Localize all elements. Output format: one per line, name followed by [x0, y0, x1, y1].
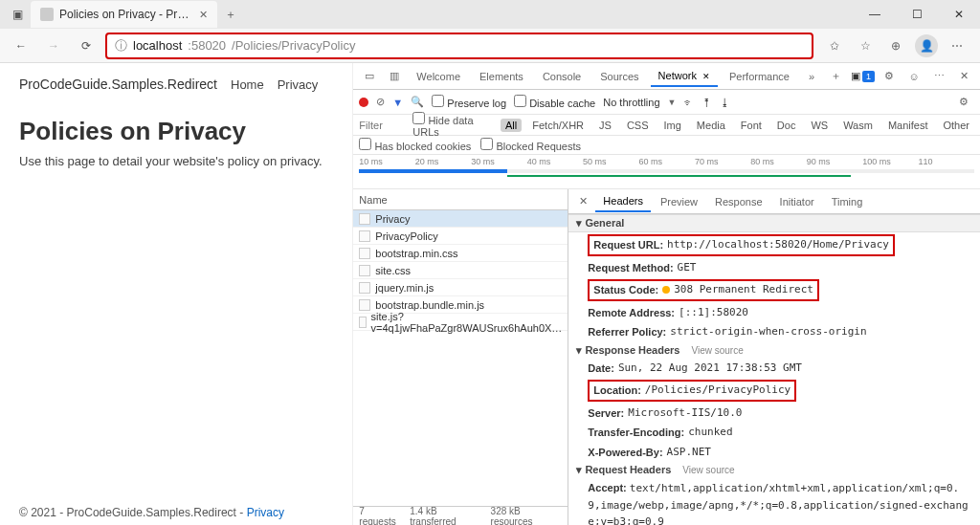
clear-button[interactable]: ⊘: [376, 96, 385, 108]
detail-tabs: ✕ Headers Preview Response Initiator Tim…: [568, 189, 980, 214]
tab-headers[interactable]: Headers: [595, 191, 651, 212]
tab-sources[interactable]: Sources: [592, 67, 646, 86]
tabs-overview-icon[interactable]: ▣: [8, 5, 27, 24]
request-headers-section[interactable]: ▾ Request HeadersView source: [568, 462, 980, 478]
inspect-icon[interactable]: ▭: [359, 70, 380, 82]
request-row[interactable]: Privacy: [353, 210, 568, 228]
network-settings-icon[interactable]: ⚙: [953, 96, 974, 108]
nav-home[interactable]: Home: [231, 77, 264, 92]
filter-img[interactable]: Img: [659, 119, 686, 132]
page-viewport: ProCodeGuide.Samples.Redirect Home Priva…: [0, 63, 353, 525]
filter-all[interactable]: All: [501, 119, 522, 132]
request-list-footer: 7 requests 1.4 kB transferred 328 kB res…: [353, 506, 568, 525]
url-path: /Policies/PrivacyPolicy: [232, 38, 355, 53]
request-row[interactable]: jquery.min.js: [353, 279, 568, 296]
tab-strip: ▣ Policies on Privacy - ProCodeGui ✕ ＋: [0, 0, 244, 29]
name-column-header[interactable]: Name: [353, 189, 568, 210]
new-tab-button[interactable]: ＋: [217, 1, 244, 28]
tab-preview[interactable]: Preview: [653, 192, 705, 211]
filter-css[interactable]: CSS: [622, 119, 654, 132]
record-button[interactable]: [359, 98, 368, 107]
feedback-icon[interactable]: ☺: [903, 71, 924, 82]
disable-cache-checkbox[interactable]: Disable cache: [514, 95, 595, 109]
profile-avatar[interactable]: 👤: [915, 34, 938, 57]
filter-toggle-icon[interactable]: ▼: [392, 97, 403, 108]
filter-doc[interactable]: Doc: [772, 119, 801, 132]
tab-performance[interactable]: Performance: [722, 67, 797, 86]
filter-media[interactable]: Media: [692, 119, 730, 132]
browser-tab[interactable]: Policies on Privacy - ProCodeGui ✕: [31, 1, 217, 28]
dt-close-icon[interactable]: ✕: [953, 70, 974, 82]
preserve-log-checkbox[interactable]: Preserve log: [432, 95, 506, 109]
throttling-select[interactable]: No throttling: [603, 97, 659, 108]
window-titlebar: ▣ Policies on Privacy - ProCodeGui ✕ ＋ ―…: [0, 0, 980, 29]
filter-other[interactable]: Other: [938, 119, 974, 132]
minimize-button[interactable]: ―: [854, 0, 896, 29]
blocked-requests-checkbox[interactable]: Blocked Requests: [480, 138, 581, 152]
tab-welcome[interactable]: Welcome: [409, 67, 468, 86]
kv-referrer-policy: Referrer Policy:strict-origin-when-cross…: [568, 322, 980, 342]
collections-icon[interactable]: ⊕: [884, 34, 907, 57]
general-section[interactable]: ▾ General: [568, 214, 980, 232]
dt-more-icon[interactable]: ⋯: [928, 70, 949, 82]
settings-icon[interactable]: ⚙: [879, 70, 900, 82]
nav-privacy[interactable]: Privacy: [278, 77, 319, 92]
forward-button[interactable]: →: [40, 33, 67, 59]
devtools-panel: ▭ ▥ Welcome Elements Console Sources Net…: [353, 63, 980, 525]
device-icon[interactable]: ▥: [384, 70, 405, 82]
chevron-down-icon[interactable]: ▼: [668, 98, 677, 107]
tab-timing[interactable]: Timing: [824, 192, 871, 211]
url-input[interactable]: ⓘ localhost:58020/Policies/PrivacyPolicy: [105, 33, 813, 59]
filter-ws[interactable]: WS: [806, 119, 833, 132]
maximize-button[interactable]: ☐: [896, 0, 938, 29]
hide-dataurls-checkbox[interactable]: Hide data URLs: [412, 112, 495, 138]
tab-console[interactable]: Console: [535, 67, 589, 86]
menu-icon[interactable]: ⋯: [946, 34, 969, 57]
response-headers-section[interactable]: ▾ Response HeadersView source: [568, 342, 980, 359]
request-row[interactable]: bootstrap.min.css: [353, 245, 568, 262]
window-controls: ― ☐ ✕: [854, 0, 980, 29]
add-tab-icon[interactable]: ＋: [826, 69, 847, 83]
favicon-icon: [40, 8, 54, 21]
request-row[interactable]: site.js?v=4q1jwFhaPaZgr8WAUSrux6hAuh0X…: [353, 314, 568, 331]
filter-js[interactable]: JS: [594, 119, 616, 132]
download-icon[interactable]: ⭳: [720, 97, 730, 108]
request-row[interactable]: PrivacyPolicy: [353, 228, 568, 245]
wifi-icon[interactable]: ᯤ: [683, 97, 694, 108]
close-icon[interactable]: ✕: [702, 72, 710, 81]
site-brand[interactable]: ProCodeGuide.Samples.Redirect: [19, 77, 217, 92]
address-bar: ← → ⟳ ⓘ localhost:58020/Policies/Privacy…: [0, 29, 980, 63]
filter-input[interactable]: [359, 120, 407, 131]
request-row[interactable]: site.css: [353, 262, 568, 279]
tab-initiator[interactable]: Initiator: [772, 192, 822, 211]
close-detail-icon[interactable]: ✕: [572, 195, 593, 208]
timeline-overview[interactable]: 10 ms20 ms30 ms40 ms50 ms60 ms70 ms80 ms…: [353, 155, 980, 189]
favorites-icon[interactable]: ☆: [854, 34, 877, 57]
refresh-button[interactable]: ⟳: [73, 33, 100, 59]
star-icon[interactable]: ✩: [823, 34, 846, 57]
tab-network[interactable]: Network ✕: [651, 66, 718, 87]
issues-badge[interactable]: ▣1: [851, 70, 875, 82]
page-footer: © 2021 - ProCodeGuide.Samples.Redirect -…: [19, 506, 284, 519]
kv-request-url: Request URL: http://localhost:58020/Home…: [568, 232, 980, 258]
site-header: ProCodeGuide.Samples.Redirect Home Priva…: [19, 73, 333, 101]
more-tabs-icon[interactable]: »: [801, 71, 822, 82]
upload-icon[interactable]: ⭱: [702, 97, 712, 108]
view-source-link[interactable]: View source: [682, 465, 734, 475]
tab-elements[interactable]: Elements: [472, 67, 531, 86]
filter-wasm[interactable]: Wasm: [838, 119, 878, 132]
filter-manifest[interactable]: Manifest: [883, 119, 933, 132]
blocked-row: Has blocked cookies Blocked Requests: [353, 136, 980, 155]
search-icon[interactable]: 🔍: [411, 96, 424, 108]
view-source-link[interactable]: View source: [691, 345, 743, 356]
filter-font[interactable]: Font: [736, 119, 767, 132]
footer-privacy-link[interactable]: Privacy: [247, 506, 284, 519]
close-button[interactable]: ✕: [938, 0, 980, 29]
kv-accept: Accept: text/html,application/xhtml+xml,…: [568, 478, 980, 525]
back-button[interactable]: ←: [8, 33, 34, 59]
tab-close-icon[interactable]: ✕: [199, 9, 208, 21]
tab-response[interactable]: Response: [707, 192, 770, 211]
blocked-cookies-checkbox[interactable]: Has blocked cookies: [359, 138, 471, 152]
filter-fetchxhr[interactable]: Fetch/XHR: [527, 119, 589, 132]
site-info-icon[interactable]: ⓘ: [115, 37, 127, 55]
